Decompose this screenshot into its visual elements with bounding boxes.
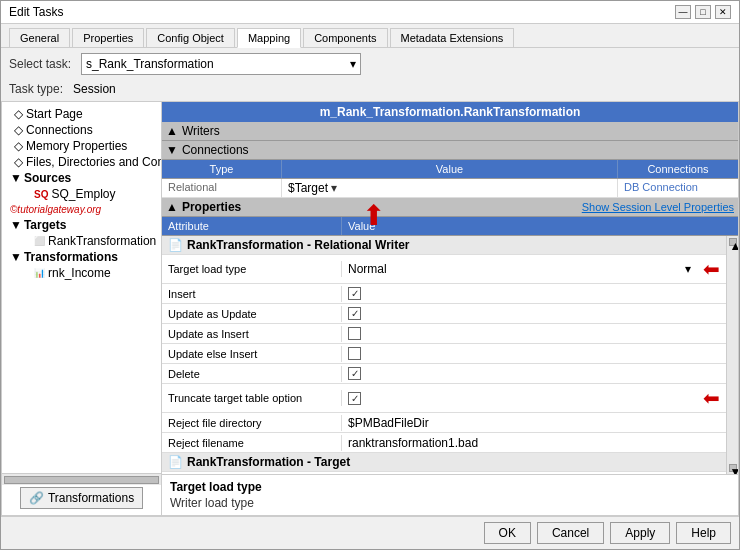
files-icon: ◇ <box>14 155 23 169</box>
tab-metadata-extensions[interactable]: Metadata Extensions <box>390 28 515 47</box>
tab-properties[interactable]: Properties <box>72 28 144 47</box>
watermark: ©tutorialgateway.org <box>2 202 161 217</box>
tab-components[interactable]: Components <box>303 28 387 47</box>
prop-row-delete: Delete <box>162 364 726 384</box>
chevron-down-icon: ▾ <box>350 57 356 71</box>
main-window: Edit Tasks — □ ✕ General Properties Conf… <box>0 0 740 550</box>
connections-cell: DB Connection <box>618 179 738 197</box>
prop-val-delete[interactable] <box>342 365 726 382</box>
connections-section: ▼ Connections <box>162 141 738 160</box>
prop-attr-update-as-insert: Update as Insert <box>162 326 342 342</box>
prop-attr-reject-filename: Reject filename <box>162 435 342 451</box>
right-arrow-annotation-2: ⬅ <box>703 386 720 410</box>
prop-val-update-as-insert[interactable] <box>342 325 726 342</box>
props-section-writer: 📄 RankTransformation - Relational Writer <box>162 236 726 255</box>
prop-val-truncate[interactable]: ⬅ <box>342 384 726 412</box>
section-icon: 📄 <box>168 238 183 252</box>
tree-item-connections[interactable]: ◇ Connections <box>2 122 161 138</box>
close-button[interactable]: ✕ <box>715 5 731 19</box>
tree-item-start-page[interactable]: ◇ Start Page <box>2 106 161 122</box>
show-session-level-link[interactable]: Show Session Level Properties <box>582 201 734 213</box>
properties-table-scroll: 📄 RankTransformation - Relational Writer… <box>162 236 738 474</box>
delete-checkbox[interactable] <box>348 367 361 380</box>
transformations-icon: 🔗 <box>29 491 44 505</box>
prop-attr-truncate: Truncate target table option <box>162 390 342 406</box>
prop-row-reject-filename: Reject filename ranktransformation1.bad <box>162 433 726 453</box>
tab-config-object[interactable]: Config Object <box>146 28 235 47</box>
mapping-header: m_Rank_Transformation.RankTransformation <box>162 102 738 122</box>
properties-table-header: Attribute Value <box>162 217 738 236</box>
props-scrollbar[interactable]: ▲ ▼ <box>726 236 738 474</box>
scrollbar-down[interactable]: ▼ <box>729 464 737 472</box>
tree-item-memory[interactable]: ◇ Memory Properties <box>2 138 161 154</box>
footer: OK Cancel Apply Help <box>1 516 739 549</box>
task-type-label: Task type: <box>9 82 63 96</box>
scrollbar-up[interactable]: ▲ <box>729 238 737 246</box>
prop-val-insert[interactable] <box>342 285 726 302</box>
window-title: Edit Tasks <box>9 5 63 19</box>
right-panel: m_Rank_Transformation.RankTransformation… <box>161 101 739 516</box>
select-task-label: Select task: <box>9 57 71 71</box>
prop-row-target-load-type: Target load type Normal ▾ ⬅ <box>162 255 726 284</box>
tree-item-rnk-income[interactable]: 📊 rnk_Income <box>2 265 161 281</box>
prop-val-target-load-type[interactable]: Normal ▾ ⬅ <box>342 255 726 283</box>
expand-transformations-icon: ▼ <box>10 250 22 264</box>
properties-header: ▲ Properties Show Session Level Properti… <box>162 198 738 217</box>
prop-attr-update-else-insert: Update else Insert <box>162 346 342 362</box>
tree-section-transformations[interactable]: ▼ Transformations <box>2 249 161 265</box>
update-as-update-checkbox[interactable] <box>348 307 361 320</box>
tree-item-rank-transformation[interactable]: ⬜ RankTransformation <box>2 233 161 249</box>
tree-section-targets[interactable]: ▼ Targets <box>2 217 161 233</box>
prop-row-reject-dir: Reject file directory $PMBadFileDir <box>162 413 726 433</box>
props-collapse-icon[interactable]: ▲ <box>166 200 178 214</box>
connections-collapse-icon[interactable]: ▼ <box>166 143 178 157</box>
minimize-button[interactable]: — <box>675 5 691 19</box>
connections-icon: ◇ <box>14 123 23 137</box>
prop-attr-delete: Delete <box>162 366 342 382</box>
bottom-info: Target load type Writer load type <box>162 474 738 515</box>
expand-sources-icon: ▼ <box>10 171 22 185</box>
tab-general[interactable]: General <box>9 28 70 47</box>
prop-val-update-as-update[interactable] <box>342 305 726 322</box>
table-row[interactable]: Relational $Target ▾ DB Connection <box>162 179 738 198</box>
update-else-insert-checkbox[interactable] <box>348 347 361 360</box>
writers-collapse-icon[interactable]: ▲ <box>166 124 178 138</box>
prop-val-reject-filename[interactable]: ranktransformation1.bad <box>342 434 726 452</box>
left-panel: ◇ Start Page ◇ Connections ◇ Memory Prop… <box>1 101 161 516</box>
select-task-dropdown[interactable]: s_Rank_Transformation ▾ <box>81 53 361 75</box>
title-bar-buttons: — □ ✕ <box>675 5 731 19</box>
toolbar-row: Select task: s_Rank_Transformation ▾ <box>1 48 739 80</box>
tab-mapping[interactable]: Mapping <box>237 28 301 48</box>
writers-label: Writers <box>182 124 220 138</box>
tabs-bar: General Properties Config Object Mapping… <box>1 24 739 48</box>
connections-table-header: Type Value Connections <box>162 160 738 179</box>
maximize-button[interactable]: □ <box>695 5 711 19</box>
truncate-checkbox[interactable] <box>348 392 361 405</box>
ok-button[interactable]: OK <box>484 522 531 544</box>
prop-attr-reject-dir: Reject file directory <box>162 415 342 431</box>
tree-section-sources[interactable]: ▼ Sources <box>2 170 161 186</box>
tree-item-files[interactable]: ◇ Files, Directories and Com <box>2 154 161 170</box>
connections-table-body: Relational $Target ▾ DB Connection ⬆ <box>162 179 738 198</box>
task-type-value: Session <box>73 82 116 96</box>
apply-button[interactable]: Apply <box>610 522 670 544</box>
insert-checkbox[interactable] <box>348 287 361 300</box>
update-as-insert-checkbox[interactable] <box>348 327 361 340</box>
connections-col-header: Connections <box>618 160 738 178</box>
expand-targets-icon: ▼ <box>10 218 22 232</box>
prop-attr-target-load-type: Target load type <box>162 261 342 277</box>
sql-icon: SQ <box>34 189 48 200</box>
prop-val-update-else-insert[interactable] <box>342 345 726 362</box>
value-col-header: Value <box>282 160 618 178</box>
start-page-icon: ◇ <box>14 107 23 121</box>
target-icon: ⬜ <box>34 236 45 246</box>
title-bar: Edit Tasks — □ ✕ <box>1 1 739 24</box>
prop-val-reject-dir[interactable]: $PMBadFileDir <box>342 414 726 432</box>
attribute-col-header: Attribute <box>162 217 342 235</box>
help-button[interactable]: Help <box>676 522 731 544</box>
prop-attr-insert: Insert <box>162 286 342 302</box>
transformations-button[interactable]: 🔗 Transformations <box>20 487 143 509</box>
cancel-button[interactable]: Cancel <box>537 522 604 544</box>
properties-label: Properties <box>182 200 241 214</box>
tree-item-sq-employ[interactable]: SQ SQ_Employ <box>2 186 161 202</box>
